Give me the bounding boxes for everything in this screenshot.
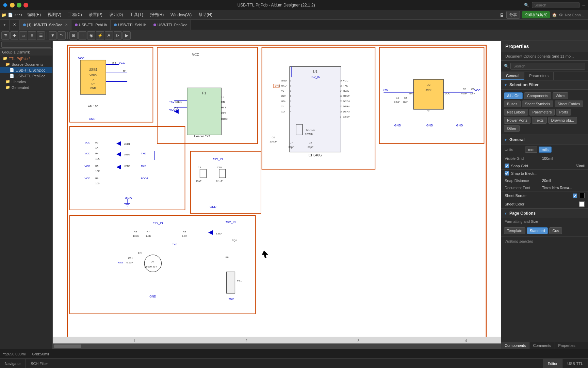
svg-text:DTR#: DTR#	[343, 105, 350, 108]
props-btab-comments[interactable]: Comments	[529, 342, 555, 349]
arrow-btn[interactable]: ▼	[49, 31, 57, 40]
menu-window[interactable]: Window(W)	[167, 11, 195, 19]
btab-navigator[interactable]: Navigator	[0, 359, 26, 368]
probe-btn[interactable]: ⊳	[114, 31, 122, 40]
props-tab-parameters[interactable]: Parameters	[524, 72, 554, 80]
close-btn[interactable]	[23, 3, 28, 7]
wire-btn[interactable]: ⌗	[78, 31, 86, 40]
tab-close-schdoc[interactable]: ✕	[65, 23, 68, 27]
units-mm-btn[interactable]: mm	[525, 147, 537, 153]
settings-icon[interactable]: ⚙	[559, 13, 563, 17]
scope-btn[interactable]: ◉	[87, 31, 95, 40]
component-btn[interactable]: ⊞	[69, 31, 78, 40]
page-options-header[interactable]: ▼ Page Options	[501, 209, 588, 218]
tab-schlib[interactable]: USB-TTL.SchLib	[111, 20, 150, 30]
filter-ports[interactable]: Ports	[556, 109, 571, 116]
snap-grid-checkbox[interactable]	[505, 164, 509, 168]
sheet-border-color[interactable]	[579, 193, 585, 198]
filter-buses[interactable]: Buses	[504, 101, 521, 107]
wave-btn[interactable]: 〜	[58, 31, 66, 40]
props-btab-components[interactable]: Components	[501, 342, 529, 349]
props-tab-general[interactable]: General	[501, 72, 524, 80]
menu-place[interactable]: 放置(P)	[85, 11, 106, 19]
left-item-pcbdoc[interactable]: 📄 USB-TTL.PcbDoc	[0, 73, 52, 79]
units-mils-btn[interactable]: mils	[539, 147, 552, 153]
svg-text:R1: R1	[123, 70, 127, 73]
svg-text:Q2: Q2	[151, 260, 154, 263]
schematic-content[interactable]: USB1 VBUS D- D+ GND VCC VCC R1 R2 AM 180…	[53, 41, 501, 349]
minimize-btn[interactable]	[10, 3, 15, 7]
btab-sch-filter[interactable]: SCH Filter	[26, 359, 53, 368]
canvas-area[interactable]: USB1 VBUS D- D+ GND VCC VCC R1 R2 AM 180…	[53, 41, 501, 349]
filter-sheet-symbols[interactable]: Sheet Symbols	[522, 101, 553, 107]
tab-pcbdoc[interactable]: USB-TTL.PcbDoc	[150, 20, 191, 30]
schematic-svg[interactable]: USB1 VBUS D- D+ GND VCC VCC R1 R2 AM 180…	[53, 41, 501, 349]
tab-schdoc[interactable]: [1] USB-TTL.SchDoc ✕	[20, 20, 71, 30]
filter-sheet-entries[interactable]: Sheet Entries	[555, 101, 583, 107]
filter-btn[interactable]: ⚗	[1, 31, 10, 40]
buy-button[interactable]: 立即在线购买	[522, 11, 550, 18]
filter-net-labels[interactable]: Net Labels	[504, 109, 528, 116]
filter-drawing-obj[interactable]: Drawing obj...	[548, 117, 577, 124]
props-btab-properties[interactable]: Properties	[555, 342, 579, 349]
svg-text:5: 5	[290, 100, 291, 103]
left-item-generated[interactable]: 📁 Generated	[0, 85, 52, 90]
left-item-schdoc[interactable]: 📄 USB-TTL.SchDoc	[0, 67, 52, 73]
menu-help[interactable]: 帮助(H)	[195, 11, 216, 19]
close-all-btn[interactable]: ✕	[10, 20, 20, 30]
general-section-header[interactable]: ▼ General	[501, 135, 588, 144]
svg-text:+5V_IN: +5V_IN	[153, 221, 163, 225]
h-scrollbar[interactable]	[53, 343, 501, 349]
redo-icon[interactable]: ↪	[19, 13, 22, 17]
filter-wires[interactable]: Wires	[553, 92, 568, 99]
menu-project[interactable]: 工程(C)	[65, 11, 85, 19]
text-btn[interactable]: A	[105, 31, 113, 40]
power-btn[interactable]: ⚡	[96, 31, 104, 40]
editor-tab-editor[interactable]: Editor	[543, 359, 562, 368]
undo-icon[interactable]: ↩	[14, 13, 18, 17]
left-search-input[interactable]	[1, 42, 51, 48]
filter-other[interactable]: Other	[504, 125, 520, 132]
rect-btn[interactable]: ▭	[19, 31, 27, 40]
new-tab-btn[interactable]: ＋	[0, 20, 10, 30]
filter-all-on[interactable]: All - On	[504, 92, 523, 99]
template-btn[interactable]: Template	[504, 227, 525, 234]
cross-btn[interactable]: ✚	[10, 31, 18, 40]
global-search-input[interactable]	[532, 2, 579, 8]
menu-tools[interactable]: 工具(T)	[126, 11, 146, 19]
editor-tab-usb-ttl[interactable]: USB-TTL	[562, 359, 588, 368]
list-btn[interactable]: ☰	[37, 31, 45, 40]
tab-pcblib[interactable]: USB-TTL.PcbLib	[71, 20, 111, 30]
ruler-mark-3: 3	[358, 339, 360, 343]
selection-filter-header[interactable]: ▼ Selection Filter	[501, 80, 588, 90]
sheet-color-swatch[interactable]	[579, 201, 585, 207]
home-icon[interactable]: 🏠	[552, 13, 557, 17]
maximize-btn[interactable]	[17, 3, 21, 7]
filter-components[interactable]: Components	[524, 92, 551, 99]
sheet-border-checkbox[interactable]	[573, 194, 577, 198]
minimize-icon[interactable]: ─	[582, 3, 585, 7]
left-group-title[interactable]: Group 1.DsnWrk	[0, 49, 52, 56]
snap-elec-checkbox[interactable]	[505, 171, 509, 175]
menu-reports[interactable]: 报告(R)	[147, 11, 167, 19]
align-btn[interactable]: ≡	[28, 31, 36, 40]
menu-edit[interactable]: 编辑(E)	[24, 11, 44, 19]
filter-texts[interactable]: Texts	[532, 117, 547, 124]
h-scroll-thumb[interactable]	[54, 344, 81, 348]
svg-text:14: 14	[340, 90, 342, 92]
filter-power-ports[interactable]: Power Ports	[504, 117, 530, 124]
menu-view[interactable]: 视图(V)	[44, 11, 65, 19]
tab-indicator-schlib	[114, 24, 117, 26]
custom-btn[interactable]: Cus	[549, 227, 562, 234]
left-item-project[interactable]: 📁 TTL.PrjPcb *	[0, 56, 52, 61]
svg-text:LED1: LED1	[124, 142, 130, 145]
new-icon[interactable]: 📄	[8, 13, 13, 17]
standard-btn[interactable]: Standard	[527, 227, 548, 234]
left-item-source-docs[interactable]: 📂 Source Documents	[0, 61, 52, 67]
props-search-input[interactable]	[510, 63, 585, 70]
filter-parameters[interactable]: Parameters	[529, 109, 555, 116]
run-btn[interactable]: ▶	[122, 31, 131, 40]
menu-design[interactable]: 设计(D)	[106, 11, 127, 19]
left-item-libraries[interactable]: 📁 Libraries	[0, 79, 52, 85]
share-button[interactable]: 分享	[506, 11, 520, 19]
